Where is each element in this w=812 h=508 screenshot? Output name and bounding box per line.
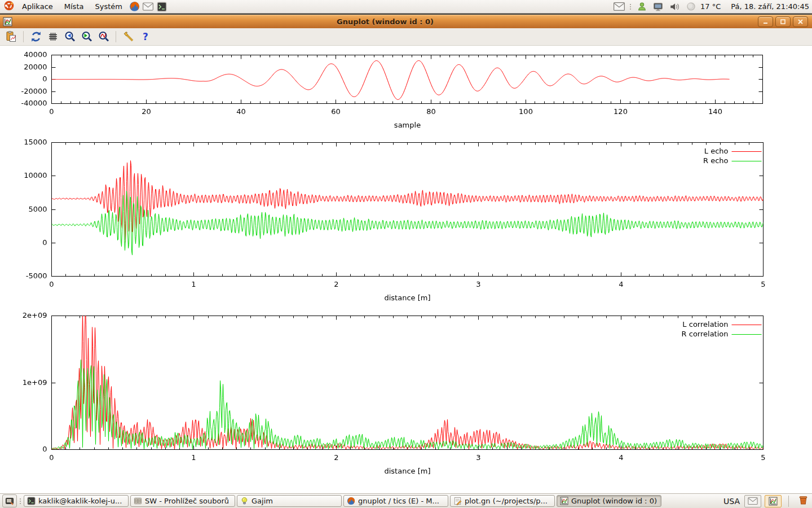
show-desktop-icon [5,497,14,506]
help-icon: ? [139,30,152,43]
ubuntu-logo-icon [4,1,14,12]
plots-canvas[interactable] [0,46,812,493]
taskbar-button-label: Gnuplot (window id : 0) [571,497,657,505]
titlebar[interactable]: Gnuplot (window id : 0) [0,15,812,28]
firefox-launcher-icon[interactable] [128,0,142,13]
taskbar-button-text-editor[interactable]: plot.gn (~/projects/p... [450,495,555,507]
weather-icon[interactable] [684,0,698,13]
toolbar-separator [116,31,116,42]
taskbar-button-label: SW - Prohlížeč souborů [145,497,229,505]
taskbar: kaklik@kaklik-kolej-u... SW - Prohlížeč … [0,493,812,508]
menu-places[interactable]: Místa [59,0,90,13]
maximize-button[interactable] [775,16,791,27]
next-zoom-button[interactable] [79,30,94,44]
tasklist-grip [19,498,22,504]
taskbar-button-label: Gajim [251,497,273,505]
copy-plot-button[interactable] [3,30,19,44]
gnuplot-icon [560,497,568,505]
plot-area [0,46,812,493]
user-switcher-icon[interactable] [635,0,648,13]
taskbar-separator [788,496,789,507]
temperature-label[interactable]: 17 °C [700,2,721,11]
main-menu-button[interactable] [3,0,16,13]
mail-tray-icon[interactable] [612,0,626,13]
autoscale-button[interactable] [96,30,111,44]
terminal-icon [27,497,36,505]
refresh-icon [30,30,42,43]
mail-launcher-icon[interactable] [142,0,155,13]
gajim-icon [240,497,249,505]
keyboard-layout-indicator[interactable]: USA [723,497,741,506]
help-button[interactable]: ? [138,30,153,44]
taskbar-button-label: plot.gn (~/projects/p... [465,497,548,505]
gnuplot-window: Gnuplot (window id : 0) [0,15,812,493]
settings-button[interactable] [121,30,136,44]
menu-system[interactable]: Systém [89,0,127,13]
zoom-previous-icon [64,30,76,43]
gnuplot-tray-icon[interactable] [765,495,782,507]
wrench-icon [122,30,135,43]
window-title: Gnuplot (window id : 0) [16,17,754,26]
taskbar-button-file-manager[interactable]: SW - Prohlížeč souborů [130,495,235,507]
terminal-launcher-icon[interactable] [155,0,169,13]
zoom-next-icon [81,30,93,43]
mail-notification-tray-icon[interactable] [744,495,761,507]
replot-button[interactable] [28,30,43,44]
close-button[interactable] [793,16,808,27]
gnome-panel: Aplikace Místa Systém 17 °C Pá, [0,0,812,14]
tray-grip [629,4,632,10]
taskbar-button-label: gnuplot / tics (E) - M... [358,497,439,505]
display-settings-icon[interactable] [651,0,665,13]
gnuplot-window-icon [3,17,12,27]
copy-icon [5,30,17,43]
volume-icon[interactable] [668,0,681,13]
toolbar: ? [0,28,812,46]
svg-text:?: ? [143,31,148,42]
menu-system-label: Systém [95,2,122,11]
show-desktop-button[interactable] [2,494,17,507]
taskbar-button-label: kaklik@kaklik-kolej-u... [38,497,122,505]
toolbar-separator [23,31,24,42]
menu-applications-label: Aplikace [22,2,53,11]
file-manager-icon [134,497,142,505]
taskbar-button-firefox[interactable]: gnuplot / tics (E) - M... [343,495,448,507]
minimize-button[interactable] [758,16,773,27]
taskbar-button-gajim[interactable]: Gajim [237,495,342,507]
grid-icon [47,30,59,43]
menu-applications[interactable]: Aplikace [16,0,59,13]
previous-zoom-button[interactable] [62,30,77,44]
trash-applet-icon[interactable] [798,494,809,507]
zoom-autoscale-icon [98,30,110,43]
taskbar-button-gnuplot[interactable]: Gnuplot (window id : 0) [557,495,661,507]
menu-places-label: Místa [64,2,84,11]
firefox-icon [347,497,355,505]
clock-label[interactable]: Pá, 18. září, 21:40:45 [731,2,809,11]
taskbar-button-terminal[interactable]: kaklik@kaklik-kolej-u... [24,495,129,507]
text-editor-icon [453,497,462,505]
grid-toggle-button[interactable] [45,30,60,44]
